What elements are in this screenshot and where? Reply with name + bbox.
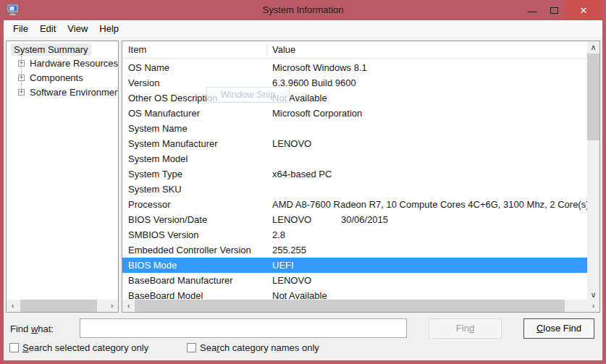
scrollbar-track[interactable]: [19, 300, 106, 312]
row-item-cell: System Manufacturer: [128, 136, 272, 151]
label-text: hat:: [38, 323, 54, 334]
tree-item-label: Hardware Resources: [30, 58, 118, 69]
table-row[interactable]: OS ManufacturerMicrosoft Corporation: [122, 106, 587, 121]
find-button[interactable]: Find: [429, 318, 502, 339]
table-row[interactable]: OS NameMicrosoft Windows 8.1: [122, 60, 587, 75]
table-row[interactable]: BIOS ModeUEFI: [122, 258, 587, 273]
find-what-label: Find what:: [10, 323, 54, 334]
checkbox-icon[interactable]: [187, 343, 196, 352]
column-header-item[interactable]: Item: [128, 41, 146, 59]
scrollbar-thumb[interactable]: [135, 300, 565, 312]
table-vertical-scrollbar[interactable]: ∧ ∨: [587, 41, 599, 301]
row-value-cell: UEFI: [272, 260, 294, 271]
tree-item-system-summary[interactable]: System Summary: [11, 43, 91, 56]
find-input[interactable]: [80, 318, 407, 338]
row-item-cell: BIOS Mode: [128, 258, 272, 273]
minimize-icon: —: [528, 8, 537, 15]
row-item-cell: SMBIOS Version: [128, 227, 272, 242]
row-value-cell: AMD A8-7600 Radeon R7, 10 Compute Cores …: [272, 199, 587, 210]
table-horizontal-scrollbar[interactable]: ‹ ›: [122, 300, 599, 312]
close-button[interactable]: ✕: [565, 0, 602, 20]
table-row[interactable]: BIOS Version/DateLENOVO30/06/2015: [122, 212, 587, 227]
table-row[interactable]: BaseBoard ManufacturerLENOVO: [122, 273, 587, 288]
button-mnemonic: d: [469, 323, 474, 334]
maximize-button[interactable]: [543, 0, 565, 20]
category-tree-pane: System Summary + Hardware Resources + Co…: [6, 41, 119, 313]
table-body: OS NameMicrosoft Windows 8.1 Version6.3.…: [122, 60, 587, 300]
tree-item-label: Components: [30, 72, 83, 83]
row-value-cell: Microsoft Windows 8.1: [272, 62, 367, 73]
row-item-cell: System Type: [128, 166, 272, 182]
table-row[interactable]: ProcessorAMD A8-7600 Radeon R7, 10 Compu…: [122, 197, 587, 212]
menu-view[interactable]: View: [62, 20, 93, 37]
scroll-right-icon[interactable]: ›: [106, 300, 118, 312]
close-find-button[interactable]: Close Find: [523, 318, 594, 339]
window-controls: — ✕: [521, 0, 602, 20]
scroll-left-icon[interactable]: ‹: [122, 300, 135, 312]
label-text: Find: [10, 323, 31, 334]
expand-icon[interactable]: +: [18, 89, 25, 96]
menu-file[interactable]: File: [7, 20, 34, 37]
scrollbar-thumb[interactable]: [587, 54, 599, 140]
close-icon: ✕: [580, 5, 588, 16]
table-row[interactable]: SMBIOS Version2.8: [122, 227, 587, 242]
scrollbar-track[interactable]: [135, 300, 587, 312]
table-row[interactable]: Embedded Controller Version255.255: [122, 242, 587, 258]
scroll-left-icon[interactable]: ‹: [7, 300, 19, 312]
row-value2-cell: 30/06/2015: [341, 212, 388, 227]
button-text: lose Find: [543, 323, 581, 334]
column-divider[interactable]: [266, 43, 267, 56]
row-item-cell: BIOS Version/Date: [128, 212, 272, 227]
maximize-icon: [550, 7, 558, 14]
expand-icon[interactable]: +: [18, 75, 25, 81]
row-value-cell: LENOVO: [272, 138, 311, 149]
button-mnemonic: C: [536, 323, 543, 334]
expand-icon[interactable]: +: [18, 60, 25, 67]
menubar: FileEditViewHelp: [4, 20, 602, 37]
row-value-cell: x64-based PC: [272, 169, 332, 179]
table-row[interactable]: Other OS DescriptionNot Available: [122, 90, 587, 106]
label-mnemonic: w: [31, 323, 38, 334]
row-item-cell: OS Manufacturer: [128, 106, 272, 121]
client-area: FileEditViewHelp System Summary + Hardwa…: [4, 20, 602, 360]
row-item-cell: Embedded Controller Version: [128, 242, 272, 258]
table-row[interactable]: Version6.3.9600 Build 9600: [122, 75, 587, 90]
search-category-names-checkbox[interactable]: Search category names only: [187, 342, 319, 353]
tree-item-label: Software Environment: [30, 87, 119, 98]
window-title: System Information: [0, 4, 606, 15]
system-information-window: System Information — ✕ FileEditViewHelp …: [0, 0, 606, 364]
row-item-cell: BaseBoard Manufacturer: [128, 273, 272, 288]
table-header: Item Value: [122, 41, 587, 59]
tree-item-components[interactable]: + Components: [18, 70, 83, 85]
scroll-up-icon[interactable]: ∧: [587, 41, 599, 54]
menu-help[interactable]: Help: [93, 20, 125, 37]
tree-item-hardware-resources[interactable]: + Hardware Resources: [18, 56, 118, 70]
row-value-cell: LENOVO: [272, 275, 311, 286]
tree-item-software-environment[interactable]: + Software Environment: [18, 85, 119, 99]
checkbox-icon[interactable]: [9, 343, 19, 352]
tree-horizontal-scrollbar[interactable]: ‹ ›: [7, 300, 118, 312]
search-selected-category-checkbox[interactable]: Search selected category only: [9, 342, 148, 353]
row-item-cell: Processor: [128, 197, 272, 212]
titlebar: System Information — ✕: [0, 0, 606, 20]
menu-edit[interactable]: Edit: [34, 20, 62, 37]
table-row[interactable]: BaseBoard ModelNot Available: [122, 288, 587, 300]
table-row[interactable]: System Typex64-based PC: [122, 166, 587, 182]
scroll-right-icon[interactable]: ›: [587, 300, 599, 312]
button-text: Fin: [456, 323, 469, 334]
scrollbar-track[interactable]: [587, 54, 599, 289]
row-value-cell: Microsoft Corporation: [272, 108, 362, 119]
row-value-cell: LENOVO: [272, 214, 311, 225]
checkbox-label: Search category names only: [200, 342, 319, 353]
table-row[interactable]: System Model: [122, 151, 587, 166]
table-row[interactable]: System Name: [122, 121, 587, 136]
column-header-value[interactable]: Value: [272, 41, 295, 59]
minimize-button[interactable]: —: [521, 0, 543, 20]
row-value-cell: 255.255: [272, 245, 306, 255]
table-row[interactable]: System ManufacturerLENOVO: [122, 136, 587, 151]
row-item-cell: System Name: [128, 121, 272, 136]
snip-tooltip: Window Snip: [206, 87, 290, 103]
table-row[interactable]: System SKU: [122, 182, 587, 197]
scrollbar-thumb[interactable]: [20, 300, 97, 312]
checkbox-label: Search selected category only: [22, 342, 148, 353]
